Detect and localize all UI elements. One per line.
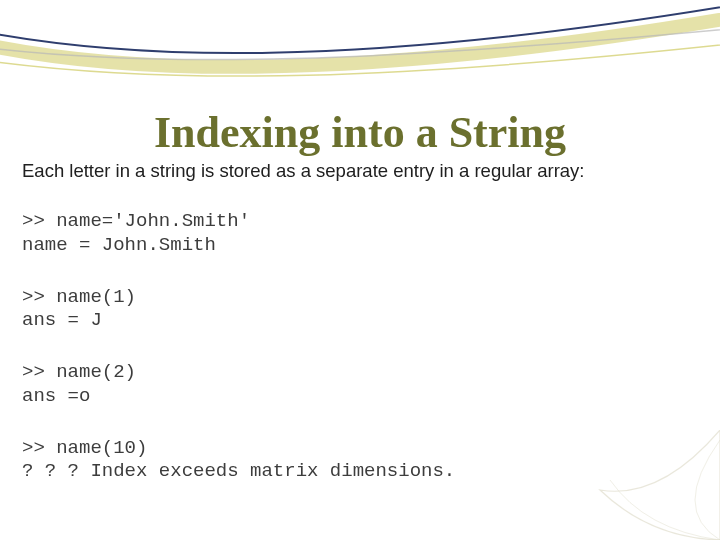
slide: Indexing into a String Each letter in a … (0, 0, 720, 540)
code-block-1: >> name='John.Smith' name = John.Smith (22, 210, 698, 258)
code-block-3: >> name(2) ans =o (22, 361, 698, 409)
code-block-2: >> name(1) ans = J (22, 286, 698, 334)
top-decoration (0, 0, 720, 90)
intro-text: Each letter in a string is stored as a s… (22, 160, 698, 182)
code-block-4: >> name(10) ? ? ? Index exceeds matrix d… (22, 437, 698, 485)
slide-title: Indexing into a String (0, 107, 720, 158)
slide-body: Each letter in a string is stored as a s… (22, 160, 698, 512)
